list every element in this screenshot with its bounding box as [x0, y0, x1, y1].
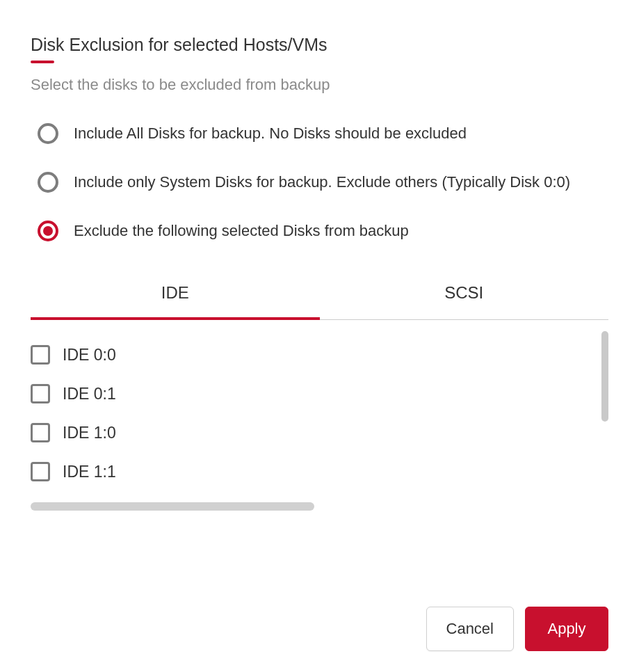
checkbox-icon: [31, 384, 50, 403]
disk-list: IDE 0:0IDE 0:1IDE 1:0IDE 1:1: [31, 331, 608, 491]
disk-label: IDE 0:0: [63, 346, 116, 365]
checkbox-icon: [31, 345, 50, 365]
radio-exclude-selected[interactable]: Exclude the following selected Disks fro…: [38, 221, 608, 241]
tab-ide[interactable]: IDE: [31, 269, 320, 319]
disk-label: IDE 0:1: [63, 385, 116, 403]
radio-label-system-only: Include only System Disks for backup. Ex…: [74, 173, 570, 191]
disk-type-tabs: IDE SCSI: [31, 269, 608, 320]
checkbox-icon: [31, 462, 50, 481]
disk-item[interactable]: IDE 1:0: [31, 413, 608, 452]
dialog-footer: Cancel Apply: [426, 607, 608, 651]
radio-icon: [38, 123, 58, 144]
disk-item[interactable]: IDE 0:1: [31, 374, 608, 413]
dialog-title: Disk Exclusion for selected Hosts/VMs: [31, 35, 327, 63]
horizontal-scrollbar[interactable]: [31, 502, 314, 511]
dialog-subtitle: Select the disks to be excluded from bac…: [31, 76, 608, 94]
radio-icon: [38, 221, 58, 241]
radio-label-include-all: Include All Disks for backup. No Disks s…: [74, 125, 467, 143]
radio-label-exclude-selected: Exclude the following selected Disks fro…: [74, 222, 409, 240]
radio-include-all[interactable]: Include All Disks for backup. No Disks s…: [38, 123, 608, 144]
disk-label: IDE 1:0: [63, 424, 116, 442]
disk-item[interactable]: IDE 1:1: [31, 452, 608, 491]
tab-scsi[interactable]: SCSI: [320, 269, 609, 319]
cancel-button[interactable]: Cancel: [426, 607, 514, 651]
vertical-scrollbar[interactable]: [601, 331, 608, 422]
disk-list-container: IDE 0:0IDE 0:1IDE 1:0IDE 1:1: [31, 331, 608, 498]
radio-icon: [38, 172, 58, 193]
exclusion-mode-radio-group: Include All Disks for backup. No Disks s…: [31, 123, 608, 241]
radio-system-only[interactable]: Include only System Disks for backup. Ex…: [38, 172, 608, 193]
checkbox-icon: [31, 423, 50, 442]
disk-label: IDE 1:1: [63, 463, 116, 481]
apply-button[interactable]: Apply: [525, 607, 608, 651]
disk-item[interactable]: IDE 0:0: [31, 335, 608, 374]
